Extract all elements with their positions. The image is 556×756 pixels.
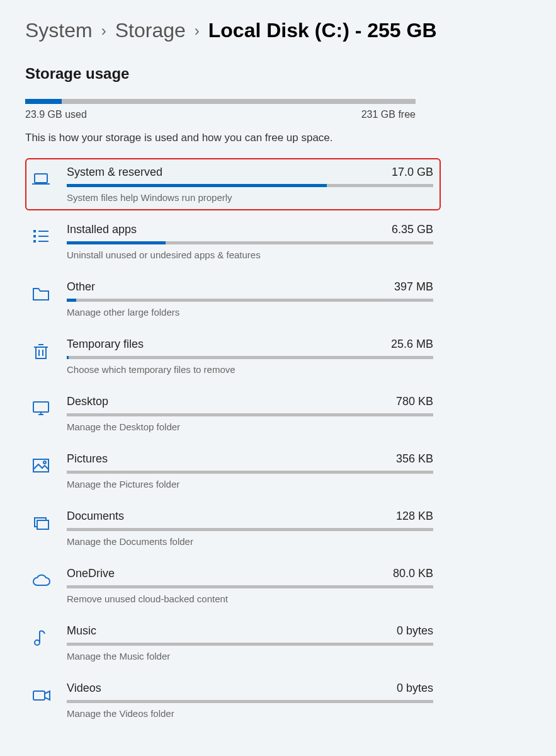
category-size: 397 MB: [394, 280, 433, 294]
category-bar: [67, 299, 433, 302]
category-size: 356 KB: [396, 452, 433, 466]
folder-icon: [29, 282, 53, 306]
monitor-icon: [29, 396, 53, 420]
storage-category-documents[interactable]: Documents 128 KB Manage the Documents fo…: [25, 502, 441, 554]
storage-category-desktop[interactable]: Desktop 780 KB Manage the Desktop folder: [25, 387, 441, 440]
category-desc: Manage the Music folder: [67, 651, 433, 662]
storage-usage-summary: 23.9 GB used 231 GB free: [25, 99, 416, 120]
trash-icon: [29, 339, 53, 363]
cloud-icon: [29, 568, 53, 592]
storage-category-temporary-files[interactable]: Temporary files 25.6 MB Choose which tem…: [25, 330, 441, 382]
category-name: OneDrive: [67, 567, 115, 580]
category-size: 0 bytes: [397, 624, 433, 638]
category-desc: System files help Windows run properly: [67, 192, 433, 203]
category-bar-fill: [67, 184, 327, 187]
category-name: Desktop: [67, 395, 108, 408]
category-desc: Manage the Pictures folder: [67, 479, 433, 490]
category-desc: Remove unused cloud-backed content: [67, 593, 433, 604]
storage-free-label: 231 GB free: [361, 109, 416, 120]
documents-icon: [29, 511, 53, 535]
breadcrumb-current: Local Disk (C:) - 255 GB: [208, 19, 437, 42]
category-name: Videos: [67, 682, 101, 695]
storage-usage-fill: [25, 99, 62, 104]
category-desc: Manage the Videos folder: [67, 708, 433, 719]
category-bar-fill: [67, 299, 76, 302]
image-icon: [29, 454, 53, 478]
category-bar: [67, 184, 433, 187]
category-bar: [67, 356, 433, 359]
category-name: Installed apps: [67, 223, 137, 236]
chevron-right-icon: ›: [101, 22, 106, 40]
category-desc: Uninstall unused or undesired apps & fea…: [67, 249, 433, 260]
list-icon: [29, 224, 53, 248]
breadcrumb-storage[interactable]: Storage: [115, 19, 186, 42]
category-name: Documents: [67, 510, 124, 523]
category-bar: [67, 585, 433, 588]
storage-category-list: System & reserved 17.0 GB System files h…: [25, 158, 441, 726]
music-icon: [29, 626, 53, 650]
storage-usage-bar: [25, 99, 416, 104]
category-name: Music: [67, 624, 96, 638]
category-bar: [67, 700, 433, 703]
storage-category-pictures[interactable]: Pictures 356 KB Manage the Pictures fold…: [25, 445, 441, 497]
page-title: Storage usage: [25, 65, 531, 83]
category-size: 25.6 MB: [391, 338, 433, 351]
category-name: Temporary files: [67, 338, 144, 351]
category-bar: [67, 471, 433, 474]
storage-category-videos[interactable]: Videos 0 bytes Manage the Videos folder: [25, 674, 441, 726]
category-size: 80.0 KB: [393, 567, 433, 580]
category-bar: [67, 528, 433, 531]
category-bar: [67, 241, 433, 244]
video-icon: [29, 683, 53, 707]
chevron-right-icon: ›: [195, 22, 200, 40]
category-name: System & reserved: [67, 166, 162, 179]
category-bar: [67, 643, 433, 646]
category-size: 0 bytes: [397, 682, 433, 695]
help-text: This is how your storage is used and how…: [25, 132, 531, 144]
category-desc: Manage the Desktop folder: [67, 421, 433, 432]
category-size: 128 KB: [396, 510, 433, 523]
category-name: Pictures: [67, 452, 108, 466]
category-desc: Manage other large folders: [67, 307, 433, 318]
storage-category-onedrive[interactable]: OneDrive 80.0 KB Remove unused cloud-bac…: [25, 559, 441, 612]
breadcrumb: System › Storage › Local Disk (C:) - 255…: [25, 19, 531, 42]
breadcrumb-system[interactable]: System: [25, 19, 93, 42]
category-bar-fill: [67, 356, 69, 359]
category-desc: Manage the Documents folder: [67, 536, 433, 547]
category-desc: Choose which temporary files to remove: [67, 364, 433, 375]
storage-category-system-reserved[interactable]: System & reserved 17.0 GB System files h…: [25, 158, 441, 210]
storage-used-label: 23.9 GB used: [25, 109, 87, 120]
storage-category-other[interactable]: Other 397 MB Manage other large folders: [25, 273, 441, 325]
category-size: 6.35 GB: [392, 223, 433, 236]
category-name: Other: [67, 280, 95, 294]
category-size: 17.0 GB: [392, 166, 433, 179]
storage-category-music[interactable]: Music 0 bytes Manage the Music folder: [25, 617, 441, 669]
category-bar-fill: [67, 241, 166, 244]
category-size: 780 KB: [396, 395, 433, 408]
category-bar: [67, 413, 433, 416]
storage-category-installed-apps[interactable]: Installed apps 6.35 GB Uninstall unused …: [25, 215, 441, 268]
laptop-icon: [29, 167, 53, 191]
